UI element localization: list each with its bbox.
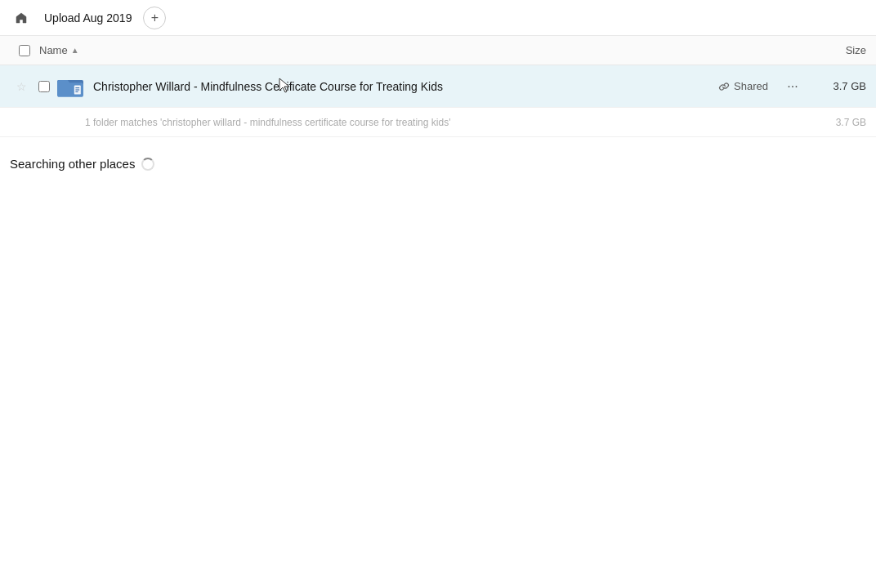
home-button[interactable] (10, 7, 33, 29)
size-column-header[interactable]: Size (801, 44, 866, 56)
match-description: 1 folder matches 'christopher willard - … (85, 117, 817, 128)
link-icon (718, 81, 730, 92)
star-icon[interactable]: ☆ (10, 80, 33, 93)
breadcrumb-upload-aug-2019[interactable]: Upload Aug 2019 (39, 8, 136, 28)
more-options-button[interactable]: ··· (781, 75, 804, 98)
select-all-checkbox[interactable] (19, 45, 30, 56)
name-column-header[interactable]: Name ▲ (39, 44, 801, 56)
header-checkbox[interactable] (10, 45, 39, 56)
top-bar: Upload Aug 2019 + (0, 0, 876, 36)
file-checkbox[interactable] (38, 81, 50, 92)
file-size: 3.7 GB (817, 80, 866, 92)
column-header-row: Name ▲ Size (0, 36, 876, 65)
searching-label: Searching other places (10, 157, 135, 171)
match-size: 3.7 GB (817, 117, 866, 128)
row-checkbox[interactable] (33, 81, 56, 92)
searching-other-places-section: Searching other places (0, 137, 876, 180)
sort-arrow-icon: ▲ (71, 46, 79, 55)
shared-badge: Shared (712, 77, 775, 96)
match-result-row: 1 folder matches 'christopher willard - … (0, 108, 876, 137)
loading-spinner (141, 158, 154, 171)
shared-label: Shared (734, 80, 768, 92)
file-name-label: Christopher Willard - Mindfulness Certif… (93, 80, 712, 93)
add-button[interactable]: + (143, 7, 166, 29)
folder-icon (56, 72, 85, 101)
name-column-label: Name (39, 44, 68, 56)
file-list-row[interactable]: ☆ Christopher Willard - Mindfulness Cert… (0, 65, 876, 108)
